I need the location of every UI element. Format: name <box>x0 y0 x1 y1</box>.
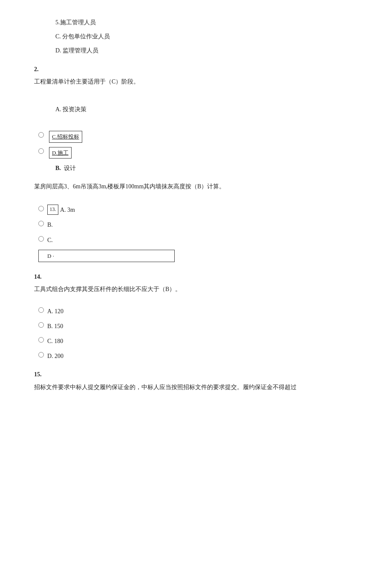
option-d-200-radio[interactable] <box>38 352 44 358</box>
option-c-bid-label: C.招标投标 <box>47 131 82 142</box>
option-a-invest: A. 投资决策 <box>34 104 358 115</box>
option-c-empty-radio[interactable] <box>38 236 44 242</box>
question-2-text: 工程量清单计价主要适用于（C）阶段。 <box>34 76 358 87</box>
option-c-bid-boxed: C.招标投标 <box>49 131 82 142</box>
option-c-180-label: C. 180 <box>47 336 63 346</box>
option-d-work-label: D.施工 <box>47 147 72 159</box>
question-15-text: 招标文件要求中标人提交履约保证金的，中标人应当按照招标文件的要求提交。履约保证金… <box>34 382 358 392</box>
option-a-3m-row: 13. A. 3m <box>34 205 358 215</box>
option-c-sub: C. 分包单位作业人员 <box>34 31 358 42</box>
prev-question-options: 5.施工管理人员 C. 分包单位作业人员 D. 监理管理人员 <box>34 17 358 56</box>
option-d-200-row: D. 200 <box>34 351 358 361</box>
option-a-3m-radio[interactable] <box>38 206 44 211</box>
question-3-text: 某房间层高3、6m吊顶高3m,楼板厚100mm其内墙抹灰高度按（B）计算。 <box>34 181 358 192</box>
option-a-120-row: A. 120 <box>34 306 358 317</box>
option-b-empty-row: B. <box>34 219 358 230</box>
option-b-design: B. 设计 <box>34 163 358 173</box>
option-d-answerbox: D · <box>38 250 175 262</box>
option-d-work-radio[interactable] <box>38 148 44 154</box>
option-c-180-radio[interactable] <box>38 337 44 343</box>
option-c-bid-row: C.招标投标 <box>34 131 358 142</box>
question-2-number: 2. <box>34 64 358 75</box>
option-c-bid-radio[interactable] <box>38 132 44 138</box>
question-14-text: 工具式组合内支撑其受压杆件的长细比不应大于（B）。 <box>34 284 358 294</box>
option-b-150-label: B. 150 <box>47 321 63 332</box>
option-b-150-row: B. 150 <box>34 321 358 332</box>
option-d-work-boxed: D.施工 <box>49 147 72 159</box>
question-2: 2. 工程量清单计价主要适用于（C）阶段。 A. 投资决策 C.招标投标 D.施… <box>34 64 358 174</box>
question-14-number: 14. <box>34 271 358 282</box>
question-15-number: 15. <box>34 369 358 380</box>
question-14: 14. 工具式组合内支撑其受压杆件的长细比不应大于（B）。 A. 120 B. … <box>34 271 358 361</box>
option-c-180-row: C. 180 <box>34 336 358 346</box>
option-d-200-label: D. 200 <box>47 351 63 361</box>
option-c-empty-label: C. <box>47 235 53 245</box>
option-a-120-label: A. 120 <box>47 306 63 317</box>
option-d-work-row: D.施工 <box>34 147 358 159</box>
option-b-150-radio[interactable] <box>38 322 44 328</box>
option-a-120-radio[interactable] <box>38 307 44 313</box>
number-13-box: 13. <box>47 205 58 215</box>
option-5: 5.施工管理人员 <box>34 17 358 28</box>
option-a-3m-label: A. 3m <box>60 205 75 215</box>
option-b-empty-label: B. <box>47 219 53 230</box>
option-c-empty-row: C. <box>34 235 358 245</box>
question-15: 15. 招标文件要求中标人提交履约保证金的，中标人应当按照招标文件的要求提交。履… <box>34 369 358 392</box>
option-b-empty-radio[interactable] <box>38 221 44 226</box>
question-3: 某房间层高3、6m吊顶高3m,楼板厚100mm其内墙抹灰高度按（B）计算。 13… <box>34 181 358 264</box>
option-d-mon: D. 监理管理人员 <box>34 45 358 56</box>
